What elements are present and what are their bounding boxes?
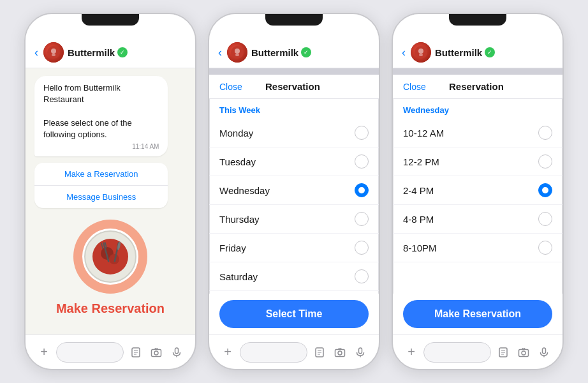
phone1-bottom-bar: + (26, 334, 195, 369)
phone2-section-label: This Week (209, 99, 379, 119)
phone2-avatar (227, 42, 247, 63)
svg-rect-35 (419, 54, 423, 56)
phone1-back-button[interactable]: ‹ (34, 46, 38, 59)
phone2-text-input[interactable] (240, 342, 307, 363)
chat-time: 11:14 AM (43, 143, 159, 150)
phone2-radio-tuesday[interactable] (355, 154, 369, 169)
chat-message: Hello from Buttermilk RestaurantPlease s… (43, 82, 159, 140)
phone1-text-input[interactable] (56, 342, 124, 363)
phone3-list-area: Wednesday 10-12 AM 12-2 PM 2-4 PM 4-8 PM (393, 99, 562, 294)
phone3-buttermilk-logo (414, 45, 428, 59)
phone2-note-icon[interactable] (311, 344, 328, 361)
phone1-mic-icon[interactable] (168, 344, 185, 361)
phone2-radio-saturday[interactable] (355, 269, 369, 283)
phone1-nav-bar: ‹ Buttermilk ✓ (26, 37, 195, 68)
phone-2: ‹ Buttermilk ✓ Close Reservation (208, 13, 380, 370)
phone1-avatar-inner (43, 42, 64, 63)
phone2-reservation-nav: Close Reservation (209, 75, 379, 99)
phone1-note-icon[interactable] (128, 344, 144, 361)
phone2-day-monday[interactable]: Monday (209, 119, 379, 147)
phone3-reservation-title: Reservation (449, 81, 504, 92)
svg-rect-24 (235, 54, 239, 56)
phone2-list-area: This Week Monday Tuesday Wednesday Thurs… (209, 99, 379, 294)
phone3-time-12-2pm-label: 12-2 PM (403, 156, 439, 167)
phone3-time-8-10pm[interactable]: 8-10PM (393, 234, 562, 262)
phone2-day-tuesday-label: Tuesday (219, 156, 256, 167)
phone3-time-2-4pm-label: 2-4 PM (403, 185, 434, 196)
phone2-select-time-button[interactable]: Select Time (219, 300, 369, 328)
phone3-bottom-bar: + (393, 334, 562, 369)
phone3-time-10-12am[interactable]: 10-12 AM (393, 119, 562, 147)
notch-pill-2 (265, 14, 323, 26)
phone2-avatar-inner (227, 42, 247, 63)
phone3-time-4-8pm[interactable]: 4-8 PM (393, 205, 562, 234)
phone2-buttermilk-logo (230, 45, 244, 59)
phone2-mic-icon[interactable] (352, 344, 369, 361)
phone3-camera-icon[interactable] (515, 344, 532, 361)
phone2-nav-title: Buttermilk (251, 47, 298, 58)
phones-container: ‹ Buttermilk ✓ Hello from Buttermilk (11, 6, 577, 377)
phone3-avatar (411, 42, 431, 63)
phone2-day-thursday[interactable]: Thursday (209, 205, 379, 234)
phone3-content: Wednesday 10-12 AM 12-2 PM 2-4 PM 4-8 PM (393, 99, 562, 369)
plate-svg (72, 218, 149, 295)
phone3-time-2-4pm[interactable]: 2-4 PM (393, 176, 562, 205)
phone3-plus-icon[interactable]: + (403, 344, 420, 361)
notch-pill-1 (82, 14, 139, 26)
phone2-day-friday[interactable]: Friday (209, 234, 379, 262)
buttermilk-logo-icon (47, 45, 61, 59)
phone2-content: This Week Monday Tuesday Wednesday Thurs… (209, 99, 379, 369)
phone3-text-input[interactable] (423, 342, 491, 363)
make-reservation-action-btn[interactable]: Make a Reservation (34, 163, 168, 186)
phone2-back-button[interactable]: ‹ (218, 46, 222, 59)
phone1-plus-icon[interactable]: + (36, 344, 52, 361)
phone3-nav-bar: ‹ Buttermilk ✓ (393, 37, 562, 68)
phone2-day-saturday[interactable]: Saturday (209, 262, 379, 291)
svg-point-19 (154, 351, 158, 355)
phone2-plus-icon[interactable]: + (219, 344, 236, 361)
phone2-day-wednesday-label: Wednesday (219, 185, 270, 196)
phone2-camera-icon[interactable] (332, 344, 348, 361)
phone3-mic-icon[interactable] (536, 344, 552, 361)
phone3-time-8-10pm-label: 8-10PM (403, 243, 437, 253)
svg-rect-42 (543, 348, 546, 354)
phone1-verified-icon: ✓ (117, 47, 128, 57)
phone2-bottom-action-bar: Select Time (209, 294, 379, 334)
svg-point-34 (418, 49, 423, 54)
phone2-day-tuesday[interactable]: Tuesday (209, 147, 379, 176)
phone3-back-button[interactable]: ‹ (402, 46, 406, 59)
phone1-title-group: Buttermilk ✓ (68, 47, 128, 58)
phone2-radio-wednesday[interactable] (355, 183, 369, 197)
phone1-camera-icon[interactable] (148, 344, 165, 361)
phone3-radio-2-4pm[interactable] (538, 183, 552, 197)
svg-rect-31 (359, 348, 362, 354)
phone3-radio-12-2pm[interactable] (538, 154, 552, 169)
phone2-radio-thursday[interactable] (355, 212, 369, 226)
phone3-close-button[interactable]: Close (403, 82, 426, 92)
svg-point-30 (338, 351, 342, 355)
phone-notch-3 (393, 14, 562, 37)
phone3-title-group: Buttermilk ✓ (435, 47, 495, 58)
phone2-day-saturday-label: Saturday (219, 271, 258, 282)
phone2-day-wednesday[interactable]: Wednesday (209, 176, 379, 205)
phone2-reservation-header (209, 68, 379, 75)
phone3-time-12-2pm[interactable]: 12-2 PM (393, 147, 562, 176)
message-business-action-btn[interactable]: Message Business (34, 186, 168, 208)
svg-rect-29 (335, 349, 345, 356)
phone2-title-group: Buttermilk ✓ (251, 47, 311, 58)
svg-rect-20 (175, 348, 179, 354)
phone3-nav-title: Buttermilk (435, 47, 482, 58)
phone2-radio-friday[interactable] (355, 241, 369, 255)
phone2-radio-monday[interactable] (355, 126, 369, 140)
phone3-radio-8-10pm[interactable] (538, 241, 552, 255)
phone3-radio-10-12am[interactable] (538, 126, 552, 140)
phone2-close-button[interactable]: Close (219, 82, 242, 92)
svg-point-23 (235, 49, 240, 54)
phone2-day-thursday-label: Thursday (219, 214, 260, 225)
phone3-radio-4-8pm[interactable] (538, 212, 552, 226)
phone3-note-icon[interactable] (495, 344, 511, 361)
phone3-make-reservation-button[interactable]: Make Reservation (403, 300, 552, 328)
phone3-section-label: Wednesday (393, 99, 562, 119)
phone3-verified-icon: ✓ (485, 47, 495, 57)
svg-point-8 (109, 254, 119, 264)
